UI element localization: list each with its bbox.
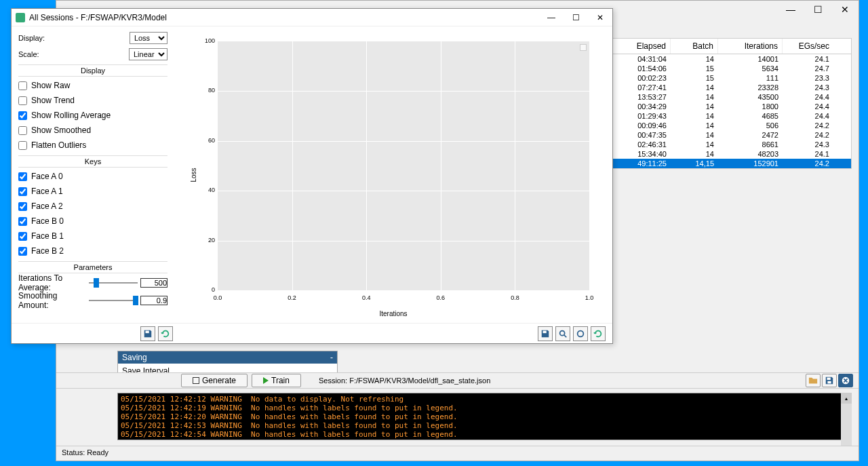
table-cell: 14	[671, 149, 718, 159]
key-option-label: Face B 0	[31, 216, 64, 226]
save-chart-button[interactable]	[140, 326, 155, 341]
table-cell: 00:47:35	[613, 130, 671, 140]
table-cell: 24.1	[783, 54, 833, 64]
col-egs-sec[interactable]: EGs/sec	[783, 39, 833, 54]
table-cell: 00:09:46	[613, 121, 671, 130]
zoom-button[interactable]	[555, 326, 570, 341]
folder-button[interactable]	[806, 374, 821, 387]
log-scrollbar[interactable]: ▴	[841, 393, 852, 447]
key-option-checkbox[interactable]	[18, 247, 27, 256]
table-cell: 14	[671, 83, 718, 92]
display-option-row: Flatten Outliers	[18, 138, 167, 153]
display-option-row: Show Trend	[18, 93, 167, 108]
y-tick: 60	[208, 137, 215, 144]
display-option-checkbox[interactable]	[18, 141, 27, 150]
save-right-button[interactable]	[538, 326, 553, 341]
log-console[interactable]: 05/15/2021 12:42:12 WARNING No data to d…	[117, 393, 852, 440]
table-row[interactable]: 00:09:461450624.2	[613, 121, 851, 130]
table-row[interactable]: 00:47:3514247224.2	[613, 130, 851, 140]
table-row[interactable]: 49:11:2514,1515290124.2	[613, 159, 851, 168]
key-option-checkbox[interactable]	[18, 187, 27, 196]
col-iterations[interactable]: Iterations	[718, 39, 783, 54]
key-option-checkbox[interactable]	[18, 217, 27, 226]
gridline	[515, 41, 515, 290]
scale-select[interactable]: Linear	[129, 48, 167, 60]
table-cell: 24.3	[783, 140, 833, 149]
table-cell: 5634	[718, 64, 783, 73]
chart-wrapper[interactable]: Loss Iterations 0204060801000.00.20.40.6…	[177, 29, 610, 320]
dialog-body: Display: Loss Scale: Linear Display Show…	[12, 26, 612, 323]
x-tick: 0.2	[288, 294, 296, 301]
table-cell: 24.3	[783, 83, 833, 92]
svg-point-7	[578, 330, 584, 336]
table-row[interactable]: 13:53:27144350024.4	[613, 92, 851, 102]
display-option-checkbox[interactable]	[18, 111, 27, 120]
minimize-button[interactable]: —	[777, 1, 804, 18]
refresh-left-button[interactable]	[158, 326, 173, 341]
table-header-row: Elapsed Batch Iterations EGs/sec	[612, 38, 852, 54]
display-select[interactable]: Loss	[130, 32, 167, 44]
table-row[interactable]: 01:54:0615563424.7	[613, 64, 851, 73]
table-cell: 24.4	[783, 102, 833, 111]
dialog-maximize-button[interactable]: ☐	[564, 9, 588, 26]
svg-rect-3	[146, 330, 149, 333]
floppy-icon	[540, 329, 550, 338]
train-button[interactable]: Train	[252, 374, 301, 387]
table-cell: 07:27:41	[613, 83, 671, 92]
key-option-checkbox[interactable]	[18, 172, 27, 181]
dialog-sidebar: Display: Loss Scale: Linear Display Show…	[12, 26, 174, 323]
col-batch[interactable]: Batch	[671, 39, 718, 54]
table-row[interactable]: 00:34:2914180024.4	[613, 102, 851, 111]
table-row[interactable]: 00:02:231511123.3	[613, 73, 851, 83]
session-path: Session: F:/FSWAP/KVR3/Model/dfl_sae_sta…	[319, 376, 490, 385]
display-option-checkbox[interactable]	[18, 126, 27, 135]
refresh-right-button[interactable]	[591, 326, 606, 341]
table-cell: 14	[671, 54, 718, 64]
table-row[interactable]: 02:46:3114866124.3	[613, 140, 851, 149]
smoothing-slider[interactable]	[89, 300, 138, 301]
col-elapsed[interactable]: Elapsed	[613, 39, 671, 54]
saving-panel-header[interactable]: Saving -	[118, 351, 337, 364]
scroll-up-icon[interactable]: ▴	[841, 393, 852, 404]
display-option-label: Show Rolling Average	[31, 111, 111, 120]
collapse-icon[interactable]: -	[330, 353, 333, 362]
key-option-label: Face A 2	[31, 201, 63, 211]
circle-icon	[576, 329, 585, 338]
x-tick: 1.0	[585, 294, 594, 301]
table-row[interactable]: 07:27:41142332824.3	[613, 83, 851, 92]
sessions-table: Elapsed Batch Iterations EGs/sec 04:31:0…	[612, 38, 852, 169]
table-cell: 14	[671, 121, 718, 130]
iterations-value-input[interactable]	[140, 278, 167, 288]
table-cell: 24.4	[783, 92, 833, 102]
iterations-slider[interactable]	[89, 282, 138, 284]
table-cell: 23.3	[783, 73, 833, 83]
table-row[interactable]: 04:31:04141400124.1	[613, 54, 851, 64]
table-cell: 49:11:25	[613, 159, 671, 168]
stop-button[interactable]	[838, 374, 853, 387]
display-option-checkbox[interactable]	[18, 96, 27, 105]
table-row[interactable]: 15:34:40144820324.1	[613, 149, 851, 159]
all-sessions-dialog: All Sessions - F:/FSWAP/KVR3/Model — ☐ ✕…	[11, 8, 613, 344]
close-button[interactable]: ✕	[831, 1, 859, 18]
svg-point-5	[560, 330, 565, 335]
circle-button[interactable]	[573, 326, 588, 341]
save-button[interactable]	[822, 374, 837, 387]
display-label: Display:	[18, 34, 130, 42]
table-row[interactable]: 01:29:4314468524.4	[613, 111, 851, 121]
display-option-checkbox[interactable]	[18, 81, 27, 90]
y-tick: 80	[208, 87, 215, 94]
key-option-row: Face A 1	[18, 184, 167, 199]
table-cell: 43500	[718, 92, 783, 102]
key-option-checkbox[interactable]	[18, 202, 27, 211]
generate-button[interactable]: Generate	[181, 374, 248, 387]
magnifier-icon	[558, 329, 568, 338]
maximize-button[interactable]: ☐	[804, 1, 831, 18]
smoothing-value-input[interactable]	[140, 296, 167, 305]
key-option-checkbox[interactable]	[18, 232, 27, 241]
table-cell: 1800	[718, 102, 783, 111]
dialog-titlebar[interactable]: All Sessions - F:/FSWAP/KVR3/Model — ☐ ✕	[12, 9, 612, 26]
table-cell: 14	[671, 92, 718, 102]
dialog-minimize-button[interactable]: —	[539, 9, 564, 26]
table-cell: 14	[671, 111, 718, 121]
dialog-close-button[interactable]: ✕	[588, 9, 612, 26]
